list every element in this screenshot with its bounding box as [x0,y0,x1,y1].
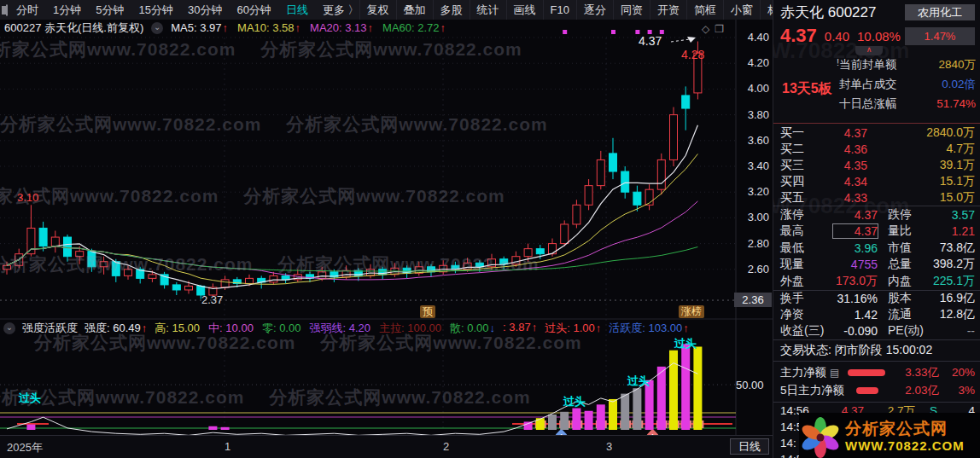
price-tick-label: 3.80 [738,108,769,121]
stat-row: 最低 3.96 市值 73.8亿 [773,240,980,257]
chart-canvas[interactable]: 分析家公式网www.70822.com 分析家公式网www.70822.com … [0,20,773,435]
flow-bar [848,369,885,376]
stock-name: 赤天化 600227 [780,3,876,22]
indicator-field: 散: 0.00↓ [450,321,495,336]
stat-row: 最高 4.37 量比 1.21 [773,223,980,241]
toolbar-button[interactable]: 同资 [613,0,650,20]
x-axis-month: 1 [225,440,230,453]
current-price: 4.37 [780,25,817,47]
panel-icon[interactable]: ❐ [715,23,724,35]
price-change: 0.40 [825,29,849,43]
up-arrow-icon: ↑ [368,21,374,34]
logo-url: WWW.70822.COM [845,438,965,454]
ma-legend: MA5: 3.97↑ MA10: 3.58↑ MA20: 3.13↑ MA60:… [171,21,446,34]
arrow-icon: ↓ [490,322,496,334]
toolbar-button[interactable]: 叠加 [396,0,433,20]
toolbar-button[interactable]: 小窗 [723,0,760,20]
up-arrow-icon: ↑ [223,21,229,34]
toolbar-button[interactable]: 逐分 [576,0,613,20]
price-tick-label: 3.00 [738,211,769,223]
indicator-overhead-label: 过头 [674,336,697,351]
ma-item: MA5: 3.97↑ [171,21,228,34]
period-tab[interactable]: 更多 〉 [323,3,359,18]
price-tick-label: 3.40 [738,159,769,172]
list-icon[interactable]: ▤ [830,367,839,379]
industry-change: 1.47% [905,27,975,45]
seal-rows: 当前封单额 2840万 封单占成交 0.02倍 十日总涨幅 51.74% [839,55,976,113]
main-flow-section: 主力净额 ▤ 3.33亿 20% 5日主力净额 2.03亿 3% [773,361,980,402]
indicator-overhead-label: 过头 [563,394,586,409]
seal-row: 当前封单额 2840万 [839,55,976,74]
price-tick-label: 3.20 [738,185,769,198]
flower-logo-icon [799,415,842,458]
stat-row: 涨停 4.37 跌停 3.57 [773,206,980,223]
limit-up-streak: 13天5板 [782,80,832,98]
x-axis: 2025年 1 2 3 -- 日线 [0,435,773,458]
toolbar-button[interactable]: 简框 [686,0,723,20]
tick-list[interactable]: 14:56 4.37 2.7万 S 4 14:5 [773,402,980,458]
indicator-name: 强度活跃度 [22,321,78,336]
seal-row: 十日总涨幅 51.74% [839,94,976,113]
forecast-badge[interactable]: 预 [420,305,435,318]
toolbar-button[interactable]: 画线 [506,0,543,20]
toolbar-button[interactable]: F10 [543,0,576,20]
period-tab[interactable]: 60分钟 [236,3,271,18]
indicator-field: 零: 0.00 [262,321,302,336]
bid-row: 买一 4.37 2840.0万 [773,125,980,141]
arrow-icon: ↑ [142,322,148,334]
indicator-field: 过头: 1.00↑ [545,321,601,336]
annotation-low: 2.37 [201,293,223,306]
period-tab[interactable]: 日线 [286,3,308,18]
stat-row: 净资 1.42 流通 12.8亿 [773,306,980,323]
indicator-overhead-label: 过头 [19,391,41,406]
quote-header: 赤天化 600227 农用化工 4.37 0.40 10.08% 1.47% [773,0,980,46]
toolbar-button[interactable]: 统计 [470,0,506,20]
chart-title: 600227 赤天化(日线.前复权) [4,20,143,36]
toolbar-button[interactable]: 开资 [650,0,686,20]
logo-title: 分析家公式网 [845,420,965,438]
industry-badge[interactable]: 农用化工 [905,4,975,20]
period-tab[interactable]: 5分钟 [96,3,124,18]
bid-row: 买二 4.36 4.7万 [773,141,980,157]
main-chart-svg [0,20,773,435]
annotation-early-high: 3.10 [17,191,38,204]
price-tick-label: 2.60 [738,263,769,275]
stats-grid: 涨停 4.37 跌停 3.57 最高 4.37 量比 1.21 最低 3.96 … [773,206,980,339]
arrow-icon: ↑ [532,321,538,333]
panel-toggle-icon[interactable] [6,4,8,16]
top-toolbar: 分时 1分钟 5分钟 15分钟 30分钟 60分钟 日线 更多 〉 复权 叠加 [0,0,773,20]
bid-row: 买五 4.33 15.0万 [773,189,980,206]
indicator-field: 主拉: 100.00 [379,321,442,336]
indicator-field: 高: 15.00 [155,321,201,336]
indicator-overhead-label: 过头 [627,374,650,389]
period-tab[interactable]: 30分钟 [188,3,222,18]
stat-row: 现量 4755 总量 398.2万 [773,257,980,274]
indicator-fields: 强度: 60.49↑ 高: 15.00 中: 10.00 零: 0.00 强弱线… [85,321,689,336]
flow-bar [856,387,878,394]
quote-panel: W.70822.com W.70822.com 赤天化 600227 农用化工 … [773,0,980,458]
flow-row: 5日主力净额 2.03亿 3% [773,381,980,399]
indicator-header: ⌄ 强度活跃度 强度: 60.49↑ 高: 15.00 中: 10.00 零: … [0,321,738,335]
chart-header: 600227 赤天化(日线.前复权) ⌄ MA5: 3.97↑ MA10: 3.… [0,20,738,36]
site-logo: 分析家公式网 WWW.70822.COM [799,413,980,458]
seal-row: 封单占成交 0.02倍 [839,74,976,94]
stat-row: 换手 31.16% 股本 16.9亿 [773,290,980,307]
price-tick-label: 4.40 [738,31,769,43]
chevron-down-icon[interactable]: ⌄ [151,22,163,34]
chevron-down-icon[interactable]: ⌄ [3,322,15,334]
toolbar-button[interactable]: 复权 [359,0,396,20]
up-arrow-icon: ↑ [440,21,446,34]
bid-row: 买三 4.35 39.1万 [773,157,980,173]
diamond-icon[interactable]: ◇ [702,23,709,35]
period-selector[interactable]: 日线 [730,438,769,455]
period-tab[interactable]: 1分钟 [53,3,81,18]
period-tab[interactable]: 分时 [16,3,38,18]
price-tick-label: 2.80 [738,237,769,250]
trading-app-window: 分时 1分钟 5分钟 15分钟 30分钟 60分钟 日线 更多 〉 复权 叠加 [0,0,980,458]
trade-status: 交易状态: 闭市阶段 15:00:02 [773,339,980,361]
indicator-axis-label: 50.00 [736,379,770,391]
toolbar-button[interactable]: 多股 [433,0,470,20]
period-tab[interactable]: 15分钟 [138,3,172,18]
period-tabs: 分时 1分钟 5分钟 15分钟 30分钟 60分钟 日线 更多 〉 [16,3,359,18]
ranking-badge[interactable]: 涨榜 [679,305,704,318]
